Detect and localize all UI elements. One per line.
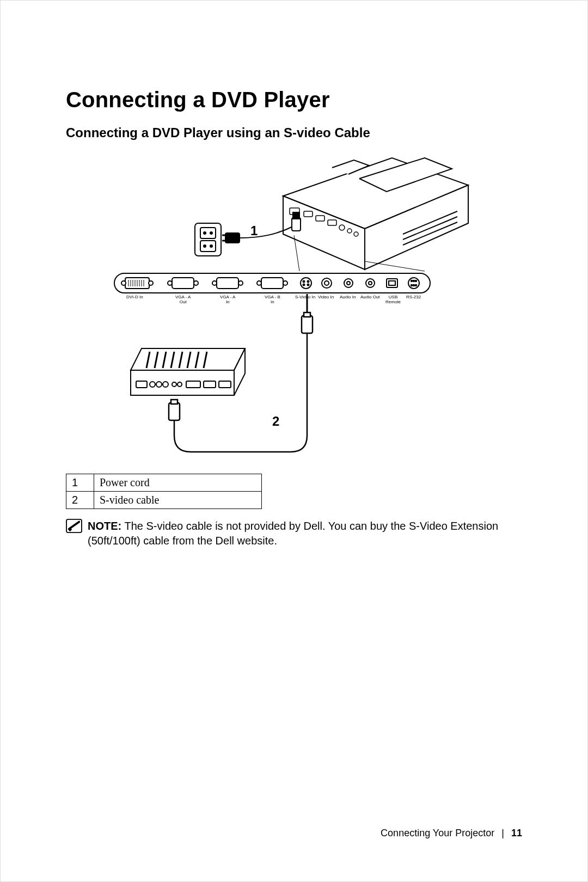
svg-rect-8	[316, 216, 324, 221]
svg-point-44	[257, 281, 261, 285]
port-label-audioout: Audio Out	[360, 295, 380, 300]
svg-rect-90	[186, 381, 200, 388]
note-icon	[66, 519, 82, 533]
svg-rect-24	[293, 212, 299, 219]
footer-chapter: Connecting Your Projector	[381, 828, 494, 838]
svg-point-64	[413, 285, 414, 286]
svg-line-67	[365, 261, 425, 271]
note-text: NOTE: The S-video cable is not provided …	[88, 519, 522, 548]
svg-rect-71	[169, 403, 180, 420]
note-body: The S-video cable is not provided by Del…	[88, 520, 498, 547]
svg-point-48	[308, 281, 309, 283]
manual-page: Connecting a DVD Player Connecting a DVD…	[0, 0, 588, 882]
diagram-callout-2: 2	[272, 414, 279, 429]
port-label-vgaa-in: VGA - A In	[220, 295, 235, 305]
legend-desc: S-video cable	[94, 492, 262, 509]
section-title: Connecting a DVD Player	[66, 88, 522, 112]
svg-point-89	[177, 382, 182, 387]
svg-point-62	[415, 280, 416, 281]
svg-point-59	[408, 278, 419, 289]
svg-point-27	[121, 281, 126, 285]
svg-rect-68	[302, 316, 313, 333]
legend-num: 2	[66, 492, 94, 509]
svg-point-61	[413, 280, 414, 281]
svg-rect-37	[172, 278, 194, 289]
svg-rect-84	[136, 381, 147, 388]
svg-point-49	[303, 284, 305, 286]
svg-rect-92	[219, 381, 231, 388]
svg-point-12	[354, 232, 358, 236]
svg-rect-14	[200, 228, 216, 238]
svg-point-18	[204, 245, 206, 247]
svg-point-54	[347, 281, 350, 285]
svg-point-65	[415, 285, 416, 286]
svg-rect-9	[328, 220, 336, 225]
page-footer: Connecting Your Projector | 11	[381, 828, 522, 839]
legend-num: 1	[66, 474, 94, 492]
svg-point-56	[369, 281, 372, 285]
diagram-callout-1: 1	[250, 223, 258, 238]
note-label: NOTE:	[88, 520, 121, 532]
connection-diagram: 1 2 DVI-D In VGA - A Out VGA - A In VGA …	[98, 152, 490, 463]
footer-separator: |	[501, 828, 504, 838]
port-label-rs232: RS-232	[406, 295, 421, 300]
port-label-audioin: Audio In	[340, 295, 356, 300]
svg-point-60	[411, 280, 412, 281]
svg-rect-58	[389, 281, 395, 285]
svg-rect-69	[304, 313, 310, 317]
svg-point-52	[324, 281, 329, 285]
svg-point-50	[308, 284, 309, 286]
port-label-vgab-in: VGA - B In	[265, 295, 280, 305]
svg-point-39	[194, 281, 198, 285]
port-label-vgaa-out: VGA - A Out	[175, 295, 191, 305]
svg-point-28	[149, 281, 153, 285]
table-row: 1 Power cord	[66, 474, 262, 492]
svg-point-38	[168, 281, 172, 285]
svg-rect-7	[304, 211, 313, 217]
svg-rect-20	[225, 233, 240, 243]
svg-rect-23	[292, 218, 301, 231]
legend-desc: Power cord	[94, 474, 262, 492]
port-label-svideo: S-Video In	[295, 295, 315, 300]
svg-point-17	[210, 232, 212, 234]
table-row: 2 S-video cable	[66, 492, 262, 509]
port-label-usb: USB Remote	[385, 295, 401, 305]
footer-page-number: 11	[511, 828, 522, 838]
sub-title: Connecting a DVD Player using an S-video…	[66, 125, 522, 140]
svg-rect-15	[200, 241, 216, 252]
svg-rect-72	[171, 400, 177, 404]
svg-rect-91	[204, 381, 216, 388]
svg-point-10	[339, 225, 345, 230]
svg-point-19	[210, 245, 212, 247]
svg-point-63	[411, 285, 412, 286]
svg-point-41	[212, 281, 217, 285]
svg-point-85	[150, 382, 155, 387]
svg-rect-40	[217, 278, 238, 289]
svg-point-46	[301, 278, 311, 289]
port-label-dvid: DVI-D In	[126, 295, 143, 300]
svg-point-11	[347, 229, 352, 233]
svg-point-86	[156, 382, 162, 387]
svg-point-47	[303, 281, 305, 283]
legend-table: 1 Power cord 2 S-video cable	[66, 474, 262, 509]
svg-point-16	[204, 232, 206, 234]
svg-point-88	[172, 382, 176, 387]
svg-point-87	[163, 382, 168, 387]
svg-point-42	[238, 281, 243, 285]
svg-point-45	[283, 281, 287, 285]
svg-rect-43	[261, 278, 283, 289]
note: NOTE: The S-video cable is not provided …	[66, 519, 522, 548]
port-label-video: Video In	[318, 295, 334, 300]
